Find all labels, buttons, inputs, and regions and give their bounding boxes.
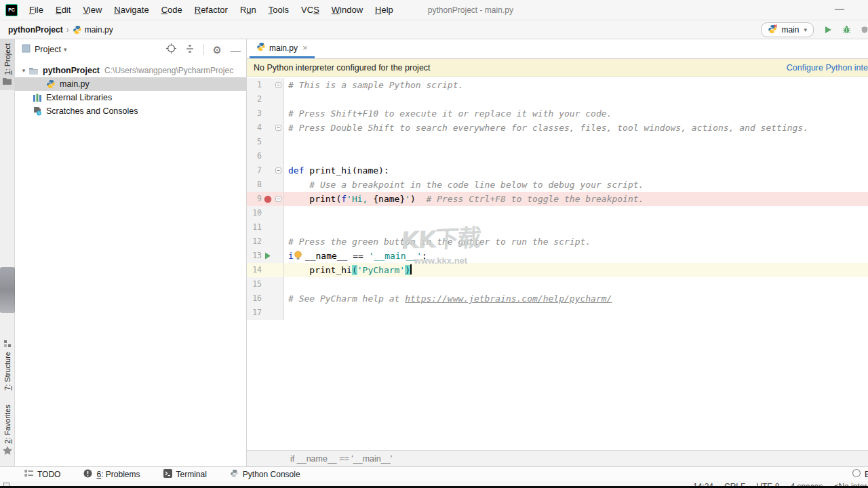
code-line-1[interactable]: 1# This is a sample Python script. — [247, 78, 868, 92]
code-line-9[interactable]: 9 print(f'Hi, {name}') # Press Ctrl+F8 t… — [247, 192, 868, 206]
settings-gear-icon[interactable]: ⚙ — [213, 45, 222, 55]
menu-item-help[interactable]: Help — [369, 5, 399, 15]
breakpoint-icon[interactable] — [262, 195, 273, 203]
code-text[interactable]: # See PyCharm help at https://www.jetbra… — [284, 291, 612, 306]
configure-interpreter-link[interactable]: Configure Python inte — [787, 63, 868, 73]
code-line-14[interactable]: 14 print_hi('PyCharm') — [247, 263, 868, 277]
tree-item-scratches-and-consoles[interactable]: Scratches and Consoles — [15, 104, 246, 118]
code-line-2[interactable]: 2 — [247, 92, 868, 106]
hide-panel-icon[interactable]: — — [231, 45, 241, 55]
line-number: 2 — [247, 92, 262, 106]
menu-item-refactor[interactable]: Refactor — [189, 5, 234, 15]
code-text[interactable] — [284, 92, 288, 106]
code-text[interactable] — [284, 306, 288, 320]
code-editor[interactable]: 1# This is a sample Python script.23# Pr… — [247, 77, 868, 450]
menu-item-code[interactable]: Code — [155, 5, 189, 15]
menu-item-file[interactable]: File — [23, 5, 50, 15]
fold-marker-icon[interactable] — [273, 196, 283, 202]
event-log-button[interactable]: Ev — [852, 468, 868, 480]
menu-item-view[interactable]: View — [77, 5, 108, 15]
debug-button[interactable] — [842, 25, 851, 34]
menu-item-tools[interactable]: Tools — [262, 5, 295, 15]
code-line-3[interactable]: 3# Press Shift+F10 to execute it or repl… — [247, 106, 868, 121]
menu-item-vcs[interactable]: VCS — [295, 5, 326, 15]
breadcrumb-project[interactable]: pythonProject — [8, 25, 63, 35]
project-panel-header: Project ▾ ⚙ — — [15, 39, 246, 60]
chevron-down-icon[interactable]: ▾ — [64, 46, 67, 53]
pycharm-logo-icon: PC — [5, 4, 18, 16]
code-line-17[interactable]: 17 — [247, 306, 868, 320]
chevron-down-icon[interactable]: ▾ — [19, 67, 28, 74]
tool-window-switcher-icon[interactable] — [3, 483, 9, 486]
code-line-15[interactable]: 15 — [247, 277, 868, 291]
fold-marker-icon[interactable] — [273, 125, 283, 131]
run-button[interactable] — [824, 26, 832, 34]
code-text[interactable]: i__name__ == '__main__': — [284, 249, 427, 263]
collapse-all-icon[interactable] — [185, 44, 195, 56]
breadcrumb-file[interactable]: main.py — [85, 25, 113, 35]
code-text[interactable] — [284, 149, 288, 163]
tool-window-button-terminal[interactable]: Terminal — [163, 469, 207, 480]
tree-item-pythonproject[interactable]: ▾pythonProjectC:\Users\wangpeng\PycharmP… — [15, 64, 246, 77]
code-line-13[interactable]: 13i__name__ == '__main__': — [247, 249, 868, 263]
code-line-12[interactable]: 12# Press the green button in the gutter… — [247, 235, 868, 249]
status-item[interactable]: CRLF — [724, 482, 745, 486]
menu-item-edit[interactable]: Edit — [50, 5, 77, 15]
status-item[interactable]: 4 spaces — [790, 482, 823, 486]
fold-marker-icon[interactable] — [273, 167, 283, 174]
stripe-button-project[interactable]: 1: Project — [0, 39, 14, 90]
tool-window-button-python-console[interactable]: Python Console — [230, 469, 300, 480]
tool-window-button-todo[interactable]: TODO — [24, 469, 60, 480]
run-configuration-select[interactable]: main ▾ — [761, 22, 814, 37]
stripe-button-favorites[interactable]: 2: Favorites — [0, 401, 14, 460]
code-text[interactable]: # This is a sample Python script. — [284, 78, 463, 92]
code-text[interactable] — [284, 135, 288, 149]
status-item[interactable]: 14:24 — [693, 482, 713, 486]
code-line-16[interactable]: 16# See PyCharm help at https://www.jetb… — [247, 291, 868, 306]
tree-item-main-py[interactable]: main.py — [15, 77, 246, 91]
menu-item-navigate[interactable]: Navigate — [108, 5, 155, 15]
project-panel-title[interactable]: Project — [35, 45, 61, 54]
code-line-6[interactable]: 6 — [247, 149, 868, 163]
python-error-icon — [768, 24, 778, 36]
code-line-5[interactable]: 5 — [247, 135, 868, 149]
code-line-8[interactable]: 8 # Use a breakpoint in the code line be… — [247, 178, 868, 192]
code-line-7[interactable]: 7def print_hi(name): — [247, 163, 868, 178]
intention-bulb-icon[interactable] — [294, 250, 304, 264]
coverage-button[interactable] — [861, 25, 868, 35]
tab-main-py[interactable]: main.py × — [250, 39, 315, 58]
line-number: 1 — [247, 78, 262, 92]
status-item[interactable]: <No inter — [833, 482, 867, 486]
minimize-button[interactable]: — — [835, 3, 844, 14]
editor-breadcrumb-bar[interactable]: if __name__ == '__main__' — [247, 450, 868, 466]
code-line-11[interactable]: 11 — [247, 220, 868, 235]
code-line-10[interactable]: 10 — [247, 206, 868, 220]
fold-marker-icon[interactable] — [273, 82, 283, 88]
code-text[interactable]: # Use a breakpoint in the code line belo… — [284, 178, 644, 192]
tool-window-button-6-problems[interactable]: 6: Problems — [83, 469, 140, 480]
status-item[interactable]: UTF-8 — [756, 482, 779, 486]
run-line-icon[interactable] — [262, 252, 273, 260]
menu-item-window[interactable]: Window — [326, 5, 369, 15]
editor-breadcrumb-text[interactable]: if __name__ == '__main__' — [290, 454, 392, 464]
code-text[interactable] — [284, 277, 288, 291]
code-text[interactable]: # Press the green button in the gutter t… — [284, 235, 591, 249]
tree-item-label: pythonProject — [43, 66, 100, 75]
code-text[interactable]: print_hi('PyCharm') — [284, 263, 412, 277]
line-number: 6 — [247, 149, 262, 163]
code-text[interactable]: # Press Double Shift to search everywher… — [284, 121, 808, 135]
code-text[interactable]: print(f'Hi, {name}') # Press Ctrl+F8 to … — [284, 192, 644, 206]
run-controls: main ▾ — [761, 22, 868, 37]
code-text[interactable] — [284, 220, 288, 235]
code-line-4[interactable]: 4# Press Double Shift to search everywhe… — [247, 121, 868, 135]
close-icon[interactable]: × — [302, 43, 308, 53]
tree-item-external-libraries[interactable]: External Libraries — [15, 91, 246, 104]
stripe-button-structure[interactable]: 7: Structure — [0, 336, 14, 394]
code-text[interactable] — [284, 206, 288, 220]
project-tool-window: Project ▾ ⚙ — ▾pythonProjectC:\Users\wan… — [15, 39, 247, 466]
code-text[interactable]: # Press Shift+F10 to execute it or repla… — [284, 106, 612, 121]
menu-item-run[interactable]: Run — [234, 5, 262, 15]
code-text[interactable]: def print_hi(name): — [284, 163, 389, 178]
locate-icon[interactable] — [166, 43, 176, 56]
gutter: 8 — [247, 178, 284, 192]
